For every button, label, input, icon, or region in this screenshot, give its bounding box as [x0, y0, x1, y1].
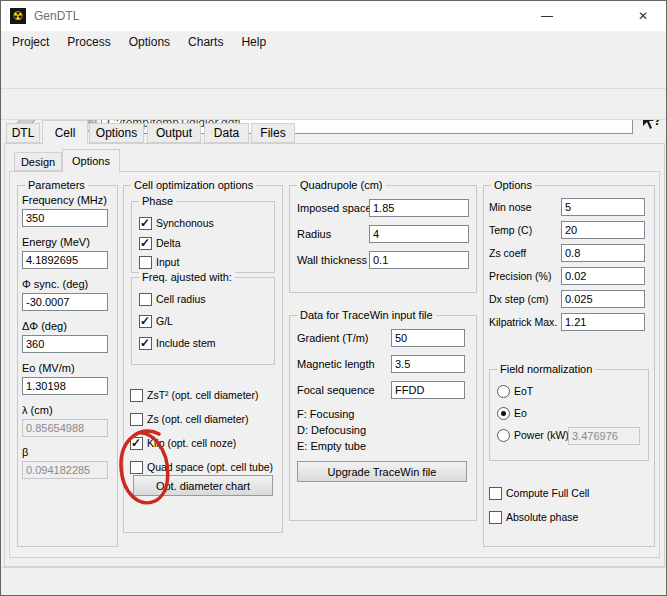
checkbox-label: Quad space (opt. cell tube) [147, 461, 273, 473]
menu-charts[interactable]: Charts [179, 31, 232, 53]
radiation-app-icon: ☢ [10, 8, 26, 24]
group-legend: Phase [139, 195, 176, 207]
checkbox-synchonous[interactable]: Synchonous [139, 215, 214, 231]
focusing-note: F: Focusing [297, 408, 354, 420]
radio-label: Power (kW) [514, 429, 569, 441]
tab-cell[interactable]: Cell [42, 120, 88, 144]
subtab-options[interactable]: Options [62, 149, 120, 172]
tab-options[interactable]: Options [89, 123, 144, 143]
upgrade-tracewin-button[interactable]: Upgrade TraceWin file [297, 461, 467, 482]
checkbox-absolute-phase[interactable]: Absolute phase [489, 509, 578, 525]
radius-input[interactable] [369, 225, 469, 243]
radio-circle [497, 385, 510, 398]
opt-diameter-chart-button[interactable]: Opt. diameter chart [133, 475, 273, 496]
temp-input[interactable] [561, 221, 645, 239]
menu-options[interactable]: Options [120, 31, 179, 53]
magnetic-length-label: Magnetic length [297, 358, 375, 370]
checkbox-include-stem[interactable]: Include stem [139, 335, 216, 351]
tab-output[interactable]: Output [147, 123, 201, 143]
radio-circle [497, 407, 510, 420]
gradient-label: Gradient (T/m) [297, 332, 369, 344]
gradient-input[interactable] [391, 329, 465, 347]
title-bar: ☢ GenDTL — ✕ [1, 1, 666, 31]
checkbox-delta[interactable]: Delta [139, 235, 181, 251]
group-legend: Options [491, 179, 535, 191]
eo-input[interactable] [22, 377, 108, 395]
checkbox-zst2[interactable]: ZsT² (opt. cell diameter) [130, 387, 258, 403]
tab-label: Files [260, 126, 285, 140]
dx-step-label: Dx step (cm) [489, 293, 549, 305]
checkbox-label: Delta [156, 237, 181, 249]
wall-thickness-input[interactable] [369, 251, 469, 269]
focal-sequence-input[interactable] [391, 381, 465, 399]
checkbox-box [489, 511, 502, 524]
zs-coeff-input[interactable] [561, 244, 645, 262]
checkbox-box [130, 437, 143, 450]
imposed-space-input[interactable] [369, 199, 469, 217]
min-nose-input[interactable] [561, 198, 645, 216]
checkbox-gl[interactable]: G/L [139, 313, 173, 329]
radio-power[interactable]: Power (kW) [497, 427, 569, 443]
checkbox-label: Compute Full Cell [506, 487, 589, 499]
energy-label: Energy (MeV) [22, 236, 90, 248]
toolbar: ? [1, 53, 666, 89]
tab-label: Options [96, 126, 137, 140]
dx-step-input[interactable] [561, 290, 645, 308]
app-window: ☢ GenDTL — ✕ Project Process Options Cha… [0, 0, 667, 596]
checkbox-label: Zs (opt. cell diameter) [147, 413, 249, 425]
precision-input[interactable] [561, 267, 645, 285]
checkbox-label: Kilp (opt. cell noze) [147, 437, 236, 449]
temp-label: Temp (C) [489, 224, 532, 236]
radius-label: Radius [297, 228, 331, 240]
frequency-input[interactable] [22, 209, 108, 227]
run-bar: [ DTL calculation ] [1, 89, 666, 120]
kilpatrick-input[interactable] [561, 313, 645, 331]
subtab-design[interactable]: Design [14, 152, 62, 171]
checkbox-box [139, 256, 152, 269]
radio-circle [497, 429, 510, 442]
phi-sync-input[interactable] [22, 293, 108, 311]
checkbox-cell-radius[interactable]: Cell radius [139, 291, 206, 307]
tab-files[interactable]: Files [251, 123, 295, 143]
checkbox-zs[interactable]: Zs (opt. cell diameter) [130, 411, 249, 427]
beta-input [22, 461, 108, 479]
group-legend: Freq. ajusted with: [139, 271, 235, 283]
delta-phi-label: ΔΦ (deg) [22, 320, 67, 332]
checkbox-compute-full-cell[interactable]: Compute Full Cell [489, 485, 589, 501]
checkbox-box [489, 487, 502, 500]
radio-label: EoT [514, 385, 533, 397]
checkbox-label: Synchonous [156, 217, 214, 229]
checkbox-input[interactable]: Input [139, 254, 179, 270]
menu-help[interactable]: Help [232, 31, 275, 53]
group-legend: Quadrupole (cm) [297, 179, 386, 191]
energy-input[interactable] [22, 251, 108, 269]
menu-project[interactable]: Project [3, 31, 58, 53]
power-input [568, 427, 640, 445]
radio-eo[interactable]: Eo [497, 405, 527, 421]
group-legend: Field normalization [497, 363, 595, 375]
close-button[interactable]: ✕ [620, 1, 666, 31]
checkbox-label: Include stem [156, 337, 216, 349]
checkbox-box [130, 461, 143, 474]
checkbox-label: Cell radius [156, 293, 206, 305]
checkbox-label: ZsT² (opt. cell diameter) [147, 389, 258, 401]
defocusing-note: D: Defocusing [297, 424, 366, 436]
checkbox-kilp[interactable]: Kilp (opt. cell noze) [130, 435, 236, 451]
checkbox-box [130, 389, 143, 402]
eo-label: Eo (MV/m) [22, 362, 75, 374]
radio-eot[interactable]: EoT [497, 383, 533, 399]
checkbox-box [139, 217, 152, 230]
checkbox-quad-space[interactable]: Quad space (opt. cell tube) [130, 459, 273, 475]
minimize-button[interactable]: — [524, 1, 570, 31]
tab-dtl[interactable]: DTL [6, 123, 40, 143]
magnetic-length-input[interactable] [391, 355, 465, 373]
subtab-label: Options [72, 155, 110, 167]
checkbox-label: Input [156, 256, 179, 268]
imposed-space-label: Imposed space [297, 202, 372, 214]
checkbox-box [130, 413, 143, 426]
tab-data[interactable]: Data [204, 123, 249, 143]
window-title: GenDTL [34, 9, 79, 23]
delta-phi-input[interactable] [22, 335, 108, 353]
group-legend: Data for TraceWin input file [297, 309, 436, 321]
menu-process[interactable]: Process [58, 31, 119, 53]
